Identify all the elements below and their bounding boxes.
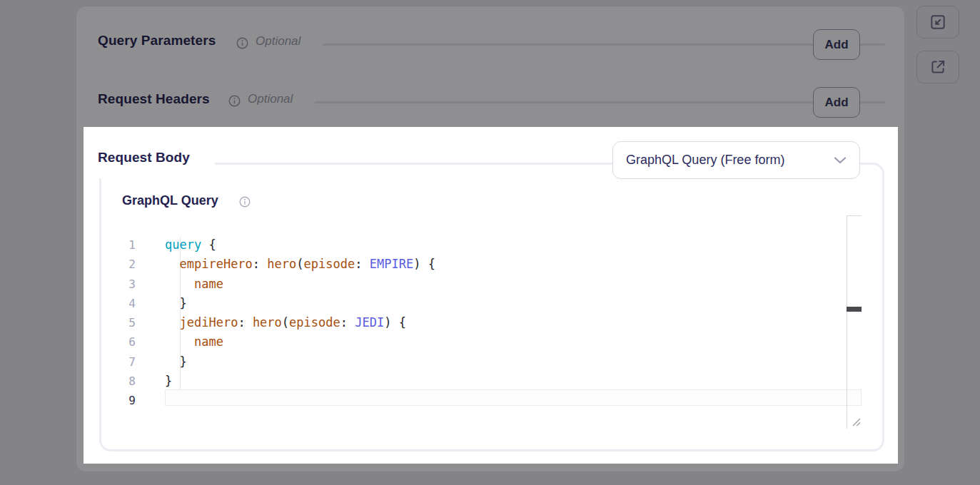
request-headers-title: Request Headers (98, 91, 210, 107)
code-line: jediHero: hero(episode: JEDI) { (165, 313, 847, 332)
line-number: 4 (108, 294, 136, 313)
request-headers-optional-label: Optional (248, 92, 293, 106)
editor-scrollbar-tick (847, 215, 862, 216)
editor-scrollbar-thumb[interactable] (847, 307, 862, 312)
request-headers-info-icon[interactable] (228, 95, 241, 107)
code-line: } (165, 294, 847, 313)
code-line (165, 391, 847, 410)
code-line: empireHero: hero(episode: EMPIRE) { (165, 255, 847, 274)
query-parameters-info-icon[interactable] (236, 37, 248, 49)
request-body-title: Request Body (98, 150, 190, 165)
line-number: 3 (108, 275, 136, 294)
open-external-button[interactable] (916, 51, 959, 83)
body-type-dropdown[interactable]: GraphQL Query (Free form) (612, 141, 860, 179)
graphql-query-editor[interactable]: 123456789 query { empireHero: hero(episo… (108, 211, 862, 429)
collapse-panel-button[interactable] (916, 6, 959, 39)
editor-scrollbar-track (847, 215, 847, 429)
line-number: 6 (108, 332, 136, 352)
query-parameters-divider (323, 44, 885, 46)
line-number: 2 (108, 255, 136, 274)
query-parameters-title: Query Parameters (98, 33, 216, 48)
editor-code: query { empireHero: hero(episode: EMPIRE… (165, 235, 847, 411)
line-number: 1 (108, 235, 136, 255)
request-headers-divider (315, 101, 885, 103)
line-number: 8 (108, 372, 136, 391)
code-line: query { (165, 235, 847, 255)
line-number: 5 (108, 313, 136, 332)
code-line: name (165, 332, 847, 352)
chevron-down-icon (834, 154, 847, 167)
add-request-header-button[interactable]: Add (813, 87, 860, 118)
line-number: 9 (108, 391, 136, 410)
graphql-query-label: GraphQL Query (122, 193, 218, 208)
code-line: } (165, 352, 847, 372)
arrow-into-box-icon (929, 13, 947, 31)
code-line: name (165, 275, 847, 294)
editor-gutter: 123456789 (108, 235, 136, 411)
query-parameters-optional-label: Optional (256, 34, 300, 48)
external-link-icon (929, 58, 947, 76)
add-query-parameter-button[interactable]: Add (813, 29, 860, 60)
resize-grip-icon[interactable] (851, 417, 862, 430)
body-type-dropdown-value: GraphQL Query (Free form) (626, 153, 834, 168)
code-line: } (165, 372, 847, 391)
graphql-query-info-icon[interactable] (239, 196, 251, 208)
line-number: 7 (108, 352, 136, 372)
